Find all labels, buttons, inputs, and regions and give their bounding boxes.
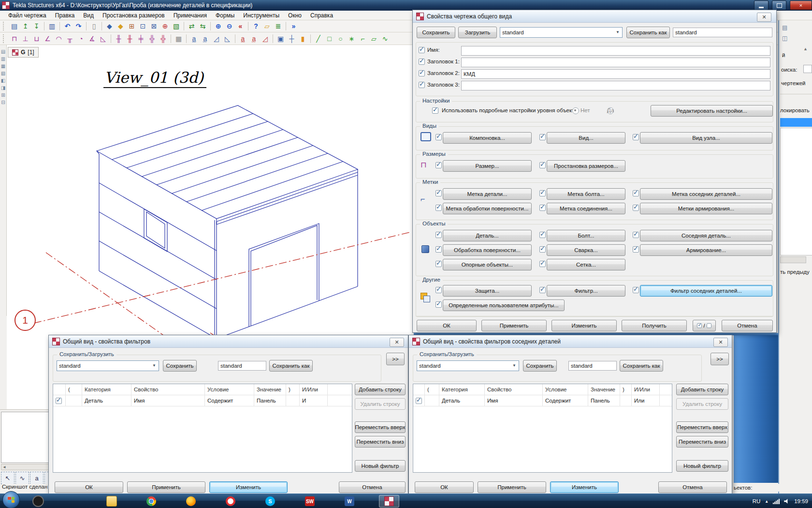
neighbor-mark-checkbox[interactable] — [633, 190, 639, 196]
layout-grid-icon[interactable]: ⊞ — [126, 21, 137, 31]
dim-add-point-icon[interactable]: ╬ — [146, 33, 158, 44]
filter-button[interactable]: Фильтр... — [547, 285, 625, 297]
modify-button[interactable]: Изменить — [550, 481, 619, 493]
save-button[interactable]: Сохранить — [523, 360, 557, 372]
dim-shorten-icon[interactable]: ∡ — [87, 33, 98, 44]
category-cell[interactable]: Деталь — [82, 395, 131, 406]
connection-mark-checkbox[interactable] — [539, 205, 546, 211]
surface-mark-button[interactable]: Метка обработки поверхности... — [443, 203, 532, 214]
ghost-outline-icon[interactable]: ▦ — [173, 33, 184, 44]
zoom-out-icon[interactable]: ⊖ — [224, 21, 235, 31]
mark-leader-icon[interactable]: ◿ — [260, 33, 271, 44]
opera-icon[interactable] — [220, 495, 241, 508]
layout-button[interactable]: Компоновка... — [443, 132, 532, 144]
open-drawing-icon[interactable]: ↥ — [20, 21, 31, 31]
quick-launch-icon[interactable] — [28, 495, 48, 508]
background-prev-button[interactable]: ть предыду — [780, 269, 810, 275]
column-header[interactable]: И/Или — [300, 384, 328, 395]
condition-cell[interactable]: Содержит — [543, 395, 588, 406]
text-add-icon[interactable]: ┼ — [286, 33, 297, 44]
close-icon[interactable]: ✕ — [390, 338, 404, 347]
explorer-icon[interactable] — [102, 495, 122, 508]
preset-combobox[interactable]: standard — [57, 360, 159, 371]
value-cell[interactable]: Панель — [254, 395, 286, 406]
move-down-button[interactable]: Переместить вниз — [676, 436, 728, 448]
save-drawing-icon[interactable]: ↧ — [31, 21, 42, 31]
toolbar-grip[interactable] — [3, 34, 6, 43]
move-up-button[interactable]: Переместить вверх — [355, 421, 406, 433]
detailed-settings-checkbox[interactable] — [432, 107, 438, 114]
close-icon[interactable]: ✕ — [757, 13, 771, 22]
side-tool-icon[interactable]: ⊞ — [1, 92, 5, 98]
title1-checkbox[interactable] — [419, 59, 425, 65]
skype-icon[interactable]: S — [260, 495, 280, 508]
menu-item[interactable]: Правка — [51, 11, 79, 20]
title1-input[interactable] — [461, 58, 770, 67]
clock[interactable]: 19:59 — [794, 498, 808, 504]
menu-item[interactable]: Примечания — [169, 11, 211, 20]
column-header[interactable]: ( — [66, 384, 82, 395]
reference-checkbox[interactable] — [435, 261, 442, 267]
protection-checkbox[interactable] — [435, 287, 442, 293]
column-header[interactable]: И/Или — [632, 384, 660, 395]
close-button[interactable]: × — [790, 0, 812, 10]
sketch-cloud-icon[interactable]: ∿ — [379, 33, 391, 44]
text-tool-icon[interactable]: a — [30, 472, 44, 484]
solidworks-icon[interactable]: SW — [300, 495, 320, 508]
chrome-icon[interactable] — [141, 495, 161, 508]
symbol-icon[interactable]: ▣ — [275, 33, 286, 44]
save-as-button[interactable]: Сохранить как — [269, 360, 313, 372]
name-checkbox[interactable] — [419, 47, 425, 53]
dim-triangle-icon[interactable]: ◺ — [98, 33, 109, 44]
close-icon[interactable]: ✕ — [713, 338, 728, 347]
redo-icon[interactable]: ↷ — [73, 21, 84, 31]
column-header[interactable]: Категория — [439, 384, 485, 395]
sketch-spray-icon[interactable]: ∗ — [346, 33, 357, 44]
bolt-mark-checkbox[interactable] — [539, 190, 546, 196]
dim-base-icon[interactable]: ╥ — [64, 33, 75, 44]
minimize-button[interactable] — [754, 0, 768, 10]
modify-button[interactable]: Изменить — [551, 320, 617, 331]
part-mark-button[interactable]: Метка детали... — [443, 188, 532, 200]
title2-checkbox[interactable] — [419, 70, 425, 76]
maximize-button[interactable] — [772, 0, 786, 10]
dimensioning-checkbox[interactable] — [539, 162, 546, 168]
apply-button[interactable]: Применить — [478, 481, 546, 493]
title3-input[interactable] — [461, 81, 770, 90]
center-view-icon[interactable]: ⊕ — [160, 21, 171, 31]
dim-combine-icon[interactable]: ╬ — [158, 33, 169, 44]
part-mark-checkbox[interactable] — [435, 190, 442, 196]
unlink-icon[interactable]: ⇆ — [197, 21, 208, 31]
fit-work-area-icon[interactable]: ⊡ — [137, 21, 148, 31]
title3-checkbox[interactable] — [419, 82, 425, 88]
menu-item[interactable]: Инструменты — [239, 11, 284, 20]
ok-button[interactable]: ОК — [417, 320, 477, 331]
protection-button[interactable]: Защита... — [443, 285, 532, 297]
cancel-button[interactable]: Отмена — [658, 481, 727, 493]
save-as-input[interactable]: standard — [218, 361, 266, 371]
sketch-rectangle-icon[interactable]: □ — [324, 33, 335, 44]
mark-dotted-icon[interactable]: a — [248, 33, 260, 44]
grid-dimension-icon[interactable]: ╫ — [113, 33, 124, 44]
background-unlock-button[interactable]: локировать — [780, 107, 810, 113]
view-button[interactable]: Вид... — [547, 132, 625, 144]
layout-checkbox[interactable] — [435, 134, 442, 140]
column-header[interactable]: Значение — [588, 384, 620, 395]
dim-angle-icon[interactable]: ∠ — [42, 33, 53, 44]
side-tool-icon[interactable]: ◨ — [1, 85, 5, 90]
uda-button[interactable]: Определенные пользователем атрибуты... — [443, 299, 565, 311]
expand-button[interactable]: >> — [710, 353, 729, 365]
filter-rule-row[interactable]: Деталь Имя Содержит Панель Или — [413, 395, 672, 406]
text-dotted-icon[interactable]: a — [200, 33, 211, 44]
highlight-pen-icon[interactable]: ▮ — [297, 33, 308, 44]
node-view-button[interactable]: Вид узла... — [640, 132, 772, 144]
grid-button[interactable]: Сетка... — [547, 259, 625, 270]
more-toolbars-icon[interactable]: » — [288, 21, 299, 31]
dim-group-icon[interactable]: ╪ — [135, 33, 146, 44]
andor-cell[interactable]: Или — [632, 395, 660, 406]
word-icon[interactable]: W — [339, 495, 360, 508]
uda-checkbox[interactable] — [435, 301, 442, 308]
toolbar-grip[interactable] — [3, 22, 6, 30]
dim-perpendicular-icon[interactable]: ⊥ — [20, 33, 31, 44]
rebar-button[interactable]: Армирование... — [640, 244, 772, 256]
